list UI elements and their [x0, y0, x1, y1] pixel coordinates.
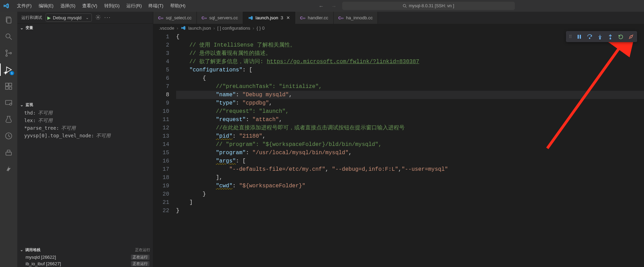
code-content[interactable]: { // 使用 IntelliSense 了解相关属性。 // 悬停以查看现有属…	[176, 32, 644, 267]
variables-body	[17, 32, 153, 101]
nav-back-icon[interactable]: ←	[317, 2, 326, 10]
debug-config-name: Debug mysqld	[53, 15, 81, 20]
editor-tab[interactable]: C››sql_select.cc	[153, 12, 197, 24]
breadcrumb-sep-icon: ›	[253, 26, 254, 31]
gear-icon[interactable]	[95, 14, 101, 21]
activity-settings[interactable]	[4, 148, 13, 157]
svg-point-7	[6, 55, 8, 57]
menu-bar: 文件(F)编辑(E)选择(S)查看(V)转到(G)运行(R)终端(T)帮助(H)	[14, 1, 189, 10]
svg-point-24	[97, 17, 99, 18]
activity-bar: 1	[0, 12, 17, 267]
search-icon	[403, 4, 407, 8]
svg-rect-26	[579, 34, 580, 38]
section-watch-label: 监视	[26, 102, 33, 107]
breadcrumb-part[interactable]: .vscode	[159, 26, 174, 31]
svg-rect-17	[6, 87, 8, 89]
svg-point-6	[6, 50, 8, 52]
titlebar: 文件(F)编辑(E)选择(S)查看(V)转到(G)运行(R)终端(T)帮助(H)…	[0, 0, 644, 12]
svg-rect-16	[9, 83, 12, 86]
section-watch[interactable]: ⌄ 监视	[17, 101, 153, 109]
editor-tab[interactable]: launch.json 3✕	[243, 12, 295, 24]
breadcrumb-part[interactable]: [ ] configurations	[217, 26, 250, 31]
menu-item[interactable]: 转到(G)	[101, 1, 123, 10]
more-actions-icon[interactable]: ···	[104, 14, 111, 21]
editor-tab[interactable]: C››ha_innodb.cc	[334, 12, 378, 24]
menu-item[interactable]: 运行(R)	[123, 1, 145, 10]
chevron-down-icon: ⌄	[20, 26, 23, 30]
debug-badge: 1	[10, 71, 14, 75]
watch-item[interactable]: lex:不可用	[17, 117, 153, 125]
menu-item[interactable]: 编辑(E)	[36, 1, 57, 10]
activity-timeline[interactable]	[4, 131, 13, 141]
svg-line-1	[405, 7, 406, 8]
svg-point-20	[10, 103, 12, 105]
cpp-icon: C››	[158, 16, 163, 20]
activity-source-control[interactable]	[4, 48, 13, 58]
menu-item[interactable]: 查看(V)	[79, 1, 100, 10]
svg-point-4	[6, 34, 10, 38]
section-callstack-label: 调用堆栈	[25, 247, 40, 253]
svg-point-10	[4, 72, 7, 74]
section-callstack[interactable]: ⌄ 调用堆栈 正在运行	[17, 246, 153, 254]
chevron-down-icon[interactable]: ⌄	[86, 16, 89, 20]
debug-disconnect-button[interactable]	[626, 32, 636, 41]
debug-config-selector[interactable]: ▶ Debug mysqld ⌄	[46, 13, 92, 22]
editor-group: C››sql_select.ccC››sql_servers.cclaunch.…	[153, 12, 644, 267]
start-debug-icon[interactable]: ▶	[47, 15, 51, 20]
svg-rect-25	[577, 34, 578, 38]
debug-pause-button[interactable]	[574, 32, 584, 41]
section-variables[interactable]: ⌄ 变量	[17, 24, 153, 32]
callstack-item[interactable]: ib_io_ibuf [26627]正在运行	[17, 260, 153, 267]
svg-point-8	[10, 52, 12, 54]
debug-step-out-button[interactable]	[605, 32, 615, 41]
breadcrumb-part[interactable]: { } 0	[257, 26, 265, 31]
menu-item[interactable]: 选择(S)	[57, 1, 78, 10]
breadcrumb-sep-icon: ›	[177, 26, 178, 31]
command-center[interactable]: mysql-8.0.31 [SSH: vn ]	[342, 2, 515, 10]
command-center-text: mysql-8.0.31 [SSH: vn ]	[409, 3, 454, 8]
code-editor[interactable]: 12345678910111213141516171819202122 { //…	[153, 32, 644, 267]
breadcrumb-part[interactable]: launch.json	[188, 26, 211, 31]
watch-item[interactable]: yyvsp[0].top_level_node:不可用	[17, 132, 153, 140]
editor-tabs: C››sql_select.ccC››sql_servers.cclaunch.…	[153, 12, 644, 24]
callstack-item[interactable]: mysqld [26622]正在运行	[17, 254, 153, 260]
nav-forward-icon[interactable]: →	[329, 2, 339, 10]
editor-tab[interactable]: C››sql_servers.cc	[197, 12, 243, 24]
run-debug-panel: 运行和调试 ▶ Debug mysqld ⌄ ··· ⌄ 变量 ⌄ 监视 thd…	[17, 12, 153, 267]
cpp-icon: C››	[202, 16, 207, 20]
editor-tab[interactable]: C››handler.cc	[295, 12, 334, 24]
watch-item[interactable]: thd:不可用	[17, 109, 153, 117]
debug-step-over-button[interactable]	[585, 32, 594, 41]
activity-azure[interactable]	[4, 164, 13, 174]
activity-remote[interactable]	[4, 98, 13, 108]
menu-item[interactable]: 终端(T)	[145, 1, 166, 10]
menu-item[interactable]: 帮助(H)	[167, 1, 189, 10]
svg-rect-23	[7, 150, 10, 152]
activity-explorer[interactable]	[4, 15, 13, 25]
vscode-logo-icon	[3, 2, 10, 9]
svg-point-29	[610, 38, 611, 39]
watch-body: thd:不可用lex:不可用*parse_tree:不可用yyvsp[0].to…	[17, 109, 153, 142]
debug-toolbar[interactable]: ⠿	[566, 31, 637, 42]
callstack-status: 正在运行	[135, 247, 150, 253]
svg-point-27	[589, 38, 590, 39]
json-icon	[181, 26, 186, 31]
close-tab-icon[interactable]: ✕	[286, 15, 290, 20]
callstack-body: mysqld [26622]正在运行ib_io_ibuf [26627]正在运行	[17, 254, 153, 267]
svg-point-0	[403, 4, 406, 7]
svg-point-28	[599, 38, 600, 39]
activity-search[interactable]	[4, 32, 13, 41]
activity-run-debug[interactable]: 1	[4, 65, 13, 75]
svg-rect-3	[7, 18, 11, 23]
activity-extensions[interactable]	[4, 81, 13, 91]
watch-item[interactable]: *parse_tree:不可用	[17, 125, 153, 132]
debug-step-into-button[interactable]	[595, 32, 605, 41]
chevron-down-icon: ⌄	[20, 248, 23, 252]
activity-testing[interactable]	[4, 115, 13, 124]
line-number-gutter: 12345678910111213141516171819202122	[153, 32, 176, 267]
debug-restart-button[interactable]	[616, 32, 625, 41]
drag-handle-icon[interactable]: ⠿	[567, 34, 574, 39]
panel-title: 运行和调试	[21, 15, 42, 21]
menu-item[interactable]: 文件(F)	[14, 1, 35, 10]
svg-rect-18	[9, 87, 12, 89]
